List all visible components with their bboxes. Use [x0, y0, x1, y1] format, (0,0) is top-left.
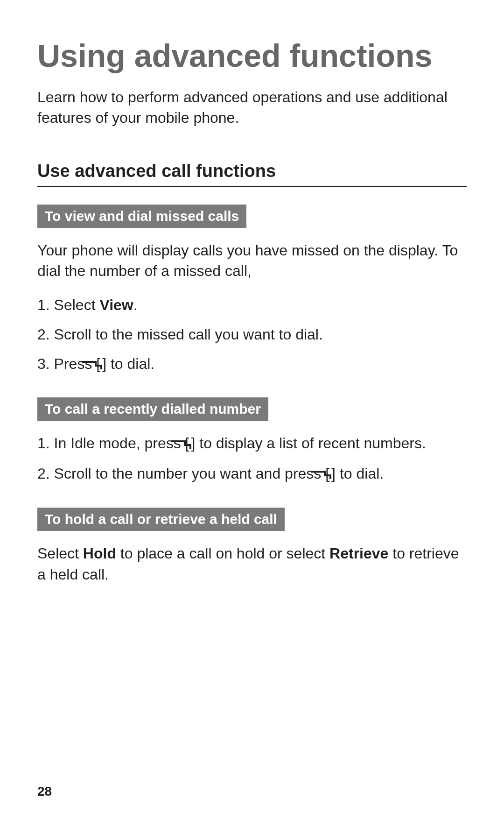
sub-heading: To view and dial missed calls: [37, 205, 246, 228]
step-text: In Idle mode, press [: [54, 435, 189, 452]
step-item: Scroll to the missed call you want to di…: [37, 324, 467, 345]
step-text: ] to dial.: [331, 465, 384, 482]
step-bold: View: [99, 297, 133, 313]
step-text: ] to dial.: [102, 355, 154, 372]
sub-heading: To call a recently dialled number: [37, 397, 268, 421]
subsection-recent-number: To call a recently dialled number In Idl…: [37, 397, 467, 485]
page-number: 28: [37, 784, 52, 799]
text-span: to place a call on hold or select: [116, 545, 329, 562]
body-text: Select Hold to place a call on hold or s…: [37, 543, 467, 585]
subsection-hold-call: To hold a call or retrieve a held call S…: [37, 508, 467, 585]
text-bold: Retrieve: [329, 545, 388, 562]
step-list: In Idle mode, press [] to display a list…: [37, 433, 467, 485]
step-item: Press [] to dial.: [37, 353, 467, 375]
step-text: ] to display a list of recent numbers.: [191, 435, 426, 452]
step-text: Select: [54, 297, 100, 313]
step-text: .: [133, 297, 138, 313]
step-text: Scroll to the number you want and press …: [54, 465, 330, 482]
text-span: Select: [37, 545, 83, 562]
document-page: Using advanced functions Learn how to pe…: [0, 0, 504, 827]
step-list: Select View. Scroll to the missed call y…: [37, 295, 467, 375]
step-item: In Idle mode, press [] to display a list…: [37, 433, 467, 455]
step-item: Scroll to the number you want and press …: [37, 463, 467, 485]
subsection-missed-calls: To view and dial missed calls Your phone…: [37, 205, 467, 375]
page-title: Using advanced functions: [37, 37, 467, 74]
intro-text: Learn how to perform advanced operations…: [37, 87, 467, 128]
sub-heading: To hold a call or retrieve a held call: [37, 508, 285, 531]
section-heading: Use advanced call functions: [37, 161, 467, 187]
text-bold: Hold: [83, 545, 116, 562]
step-item: Select View.: [37, 295, 467, 316]
body-text: Your phone will display calls you have m…: [37, 240, 467, 282]
